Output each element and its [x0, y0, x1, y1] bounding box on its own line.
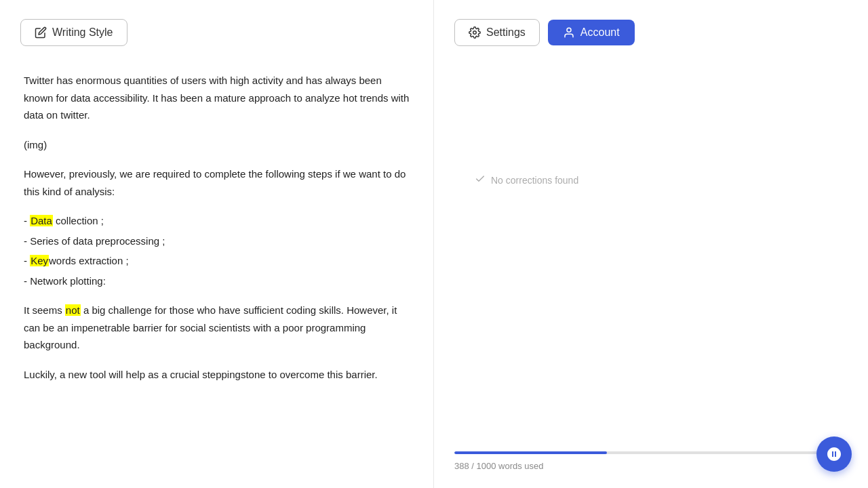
list-item-3: - Keywords extraction ; [24, 252, 410, 270]
writing-style-label: Writing Style [52, 26, 113, 39]
bottom-bar: 388 / 1000 words used [434, 439, 868, 488]
svg-point-1 [567, 28, 571, 32]
fab-icon [826, 446, 842, 462]
paragraph-1: Twitter has enormous quantities of users… [24, 72, 410, 124]
header-left: Writing Style [20, 0, 413, 65]
img-placeholder: (img) [24, 136, 410, 154]
writing-style-button[interactable]: Writing Style [20, 19, 127, 46]
account-label: Account [580, 26, 620, 39]
word-count-label: 388 / 1000 words used [454, 461, 544, 471]
svg-point-0 [473, 31, 477, 35]
right-panel: Settings Account No corrections found 38… [434, 0, 868, 488]
check-icon [475, 174, 486, 186]
settings-button[interactable]: Settings [454, 19, 540, 46]
account-button[interactable]: Account [548, 20, 635, 45]
progress-fill [454, 451, 607, 454]
list-item-1: - Data collection ; [24, 212, 410, 230]
highlight-not: not [65, 304, 81, 316]
edit-icon [35, 26, 47, 39]
gear-icon [469, 26, 481, 39]
list-item-2: - Series of data preprocessing ; [24, 232, 410, 250]
paragraph-3: It seems not a big challenge for those w… [24, 302, 410, 354]
highlight-keywords: Key [30, 255, 49, 266]
no-corrections-label: No corrections found [491, 175, 578, 186]
paragraph-4: Luckily, a new tool will help as a cruci… [24, 366, 410, 384]
fab-button[interactable] [816, 436, 852, 472]
content-area: Twitter has enormous quantities of users… [20, 65, 413, 402]
left-panel: Writing Style Twitter has enormous quant… [0, 0, 434, 488]
list-item-4: - Network plotting: [24, 272, 410, 290]
header-right: Settings Account [454, 0, 848, 65]
progress-track [454, 451, 848, 454]
highlight-data: Data [30, 215, 53, 226]
user-icon [563, 26, 575, 39]
paragraph-2: However, previously, we are required to … [24, 165, 410, 200]
settings-label: Settings [486, 26, 526, 39]
no-corrections-section: No corrections found [454, 174, 848, 186]
